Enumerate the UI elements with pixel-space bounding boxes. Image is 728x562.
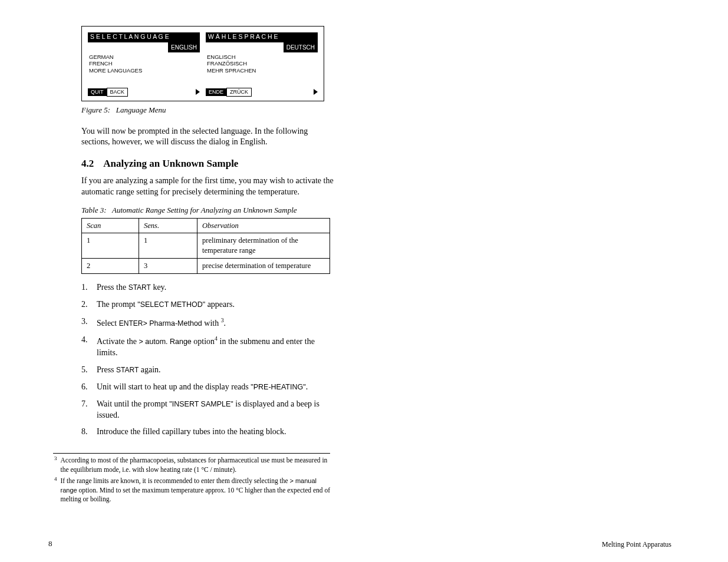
procedure-step: 2.The prompt "SELECT METHOD" appears. [81,299,335,310]
range-setting-table: Scan Sens. Observation 1 1 preliminary d… [81,218,330,275]
step-text: Select ENTER> Pharma-Method with 3. [97,316,335,329]
step-text: Activate the > autom. Range option4 in t… [97,335,335,358]
procedure-step: 7.Wait until the prompt "INSERT SAMPLE" … [81,399,335,421]
step-text-run: Press the [97,283,129,292]
paragraph: If you are analyzing a sample for the fi… [81,176,335,198]
page-footer-title: Melting Point Apparatus [602,540,671,549]
step-text: Press START again. [97,365,335,376]
step-number: 6. [81,382,97,393]
footnote-text: According to most of the pharmacopoeias,… [61,456,332,474]
step-text: Wait until the prompt "INSERT SAMPLE" is… [97,399,335,421]
step-number: 2. [81,299,97,310]
step-text: Introduce the filled capillary tubes int… [97,427,335,438]
panel-softkey-quit: ENDE [206,88,226,96]
figure-caption-label: Figure 5: [81,105,110,114]
step-number: 8. [81,427,97,438]
step-text-run: The prompt [97,300,137,309]
panel-selected-item: DEUTSCH [284,42,318,53]
step-text: The prompt "SELECT METHOD" appears. [97,299,335,310]
keycap: ENTER [119,319,143,328]
panel-softkey-quit: QUIT [88,88,107,96]
step-text-run: with [202,319,221,328]
table-row: Scan Sens. Observation [82,218,330,233]
keycap: START [116,366,139,374]
table-cell: 2 [82,259,139,274]
right-triangle-icon [196,89,200,95]
table-header-cell: Observation [197,218,330,233]
table-cell: 3 [139,259,197,274]
footnote-text: If the range limits are known, it is rec… [61,477,332,504]
table-caption-label: Table 3: [81,206,107,214]
step-text-run: Wait until the prompt [97,399,169,408]
procedure-step: 5.Press START again. [81,365,335,376]
right-triangle-icon [314,89,318,95]
table-header-cell: Scan [82,218,139,233]
keycap: START [129,283,151,292]
table-caption-text: Automatic Range Setting for Analyzing an… [112,206,297,214]
table-row: 2 3 precise determination of temperature [82,259,330,274]
step-text-run: again. [139,365,160,374]
step-text-run: Unit will start to heat up and the displ… [97,382,251,391]
step-number: 3. [81,316,97,329]
table-cell: precise determination of temperature [197,259,330,274]
footnote-rule [53,453,330,454]
panel-line: MEHR SPRACHEN [207,67,317,74]
ui-string: > autom. Range [139,338,192,346]
table-cell: 1 [139,233,197,259]
figure-caption-text: Language Menu [116,105,166,114]
table-cell: 1 [82,233,139,259]
footnote: 4If the range limits are known, it is re… [54,477,331,504]
table-caption: Table 3: Automatic Range Setting for Ana… [81,205,675,216]
procedure-step: 1.Press the START key. [81,282,335,293]
step-text: Press the START key. [97,282,335,293]
lcd-panel-left: S E L E C T L A N G U A G E ENGLISH GERM… [88,32,200,96]
table-row: 1 1 preliminary determination of the tem… [82,233,330,259]
step-number: 4. [81,335,97,358]
ui-string: > Pharma-Method [143,319,202,328]
step-text-run: option [192,337,215,346]
step-number: 5. [81,365,97,376]
ui-string: "INSERT SAMPLE" [169,400,233,408]
panel-line: GERMAN [89,54,199,60]
footnote-number: 3 [54,455,57,473]
procedure-step: 6.Unit will start to heat up and the dis… [81,382,335,393]
section-number: 4.2 [81,158,94,169]
section-title: Analyzing an Unknown Sample [103,158,238,169]
section-heading: 4.2 Analyzing an Unknown Sample [81,157,675,171]
step-number: 1. [81,282,97,293]
step-text-run: Select [97,319,119,328]
panel-selected-item: ENGLISH [168,42,200,53]
ui-string: "SELECT METHOD" [137,300,205,309]
panel-softkey-back: ZRÜCK [226,88,252,97]
procedure-step: 4.Activate the > autom. Range option4 in… [81,335,335,358]
table-cell: preliminary determination of the tempera… [197,233,330,259]
footnote-number: 4 [54,475,57,503]
figure-language-menu: S E L E C T L A N G U A G E ENGLISH GERM… [81,26,324,101]
ui-string: "PRE-HEATING" [251,383,305,391]
panel-line: MORE LANGUAGES [89,67,199,74]
page-number: 8 [48,538,52,549]
panel-line: FRANZÖSISCH [207,60,317,67]
panel-line: ENGLISCH [207,54,317,60]
paragraph: You will now be prompted in the selected… [81,126,335,148]
step-text-run: . [224,319,226,328]
step-text-run: key. [151,283,166,292]
step-number: 7. [81,399,97,421]
panel-title: S E L E C T L A N G U A G E [88,32,200,42]
step-text-run: Introduce the filled capillary tubes int… [97,427,286,436]
panel-title: W Ä H L E S P R A C H E [206,32,318,42]
procedure-steps: 1.Press the START key.2.The prompt "SELE… [81,282,335,438]
step-text-run: appears. [205,300,235,309]
footnote: 3According to most of the pharmacopoeias… [54,456,331,474]
step-text: Unit will start to heat up and the displ… [97,382,335,393]
lcd-panel-right: W Ä H L E S P R A C H E DEUTSCH ENGLISCH… [206,32,318,96]
step-text-run: . [306,382,308,391]
step-text-run: Activate the [97,337,139,346]
procedure-step: 3.Select ENTER> Pharma-Method with 3. [81,316,335,329]
panel-softkey-back: BACK [107,88,129,97]
procedure-step: 8.Introduce the filled capillary tubes i… [81,427,335,438]
step-text-run: Press [97,365,116,374]
figure-caption: Figure 5: Language Menu [81,105,675,115]
table-header-cell: Sens. [139,218,197,233]
panel-line: FRENCH [89,60,199,67]
